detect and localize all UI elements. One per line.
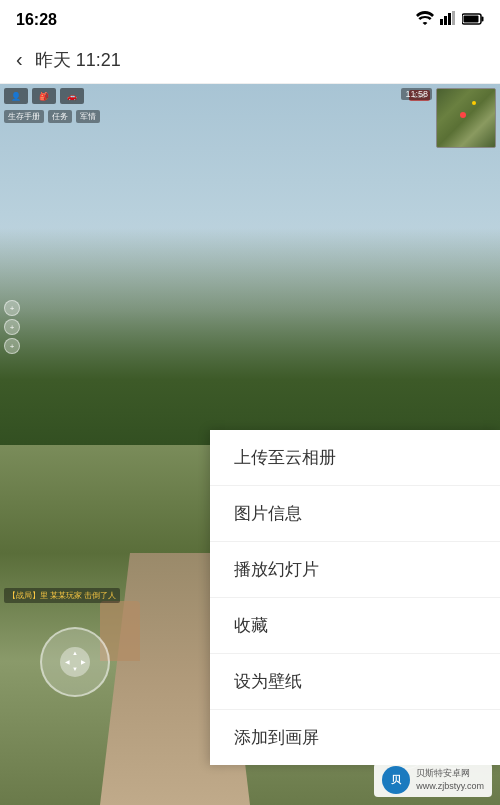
watermark-logo: 贝 <box>382 766 410 794</box>
svg-rect-6 <box>464 16 479 23</box>
wifi-icon <box>416 11 434 29</box>
menu-item-add-to-screen[interactable]: 添加到画屏 <box>210 710 500 765</box>
main-content: 👤 🎒 🚗 生存手册 任务 军情 136 11:58 + <box>0 84 500 805</box>
svg-rect-5 <box>482 17 484 22</box>
status-icons <box>416 11 484 29</box>
menu-item-favorite[interactable]: 收藏 <box>210 598 500 654</box>
status-bar: 16:28 <box>0 0 500 36</box>
watermark-line2: www.zjbstyy.com <box>416 780 484 793</box>
battery-icon <box>462 11 484 29</box>
watermark-line1: 贝斯特安卓网 <box>416 767 484 780</box>
menu-item-slideshow[interactable]: 播放幻灯片 <box>210 542 500 598</box>
menu-item-upload-cloud[interactable]: 上传至云相册 <box>210 430 500 486</box>
overlay: 上传至云相册 图片信息 播放幻灯片 收藏 设为壁纸 添加到画屏 <box>0 84 500 805</box>
watermark-text: 贝斯特安卓网 www.zjbstyy.com <box>416 767 484 792</box>
svg-rect-3 <box>452 11 455 25</box>
context-menu: 上传至云相册 图片信息 播放幻灯片 收藏 设为壁纸 添加到画屏 <box>210 430 500 765</box>
back-button[interactable]: ‹ <box>16 48 23 71</box>
nav-title: 昨天 11:21 <box>35 48 121 72</box>
svg-rect-2 <box>448 13 451 25</box>
watermark-logo-text: 贝 <box>391 773 401 787</box>
signal-icon <box>440 11 456 29</box>
menu-item-image-info[interactable]: 图片信息 <box>210 486 500 542</box>
watermark: 贝 贝斯特安卓网 www.zjbstyy.com <box>374 763 492 797</box>
status-time: 16:28 <box>16 11 57 29</box>
svg-rect-0 <box>440 19 443 25</box>
nav-bar: ‹ 昨天 11:21 <box>0 36 500 84</box>
svg-rect-1 <box>444 16 447 25</box>
menu-item-set-wallpaper[interactable]: 设为壁纸 <box>210 654 500 710</box>
